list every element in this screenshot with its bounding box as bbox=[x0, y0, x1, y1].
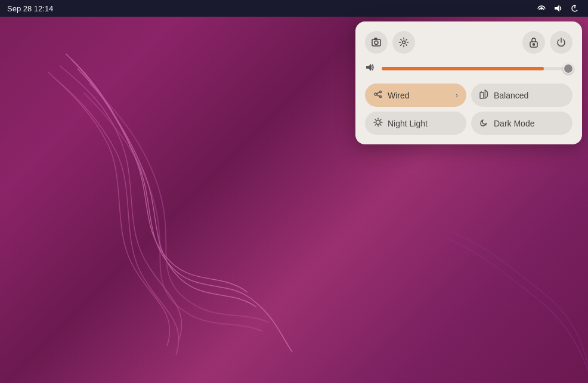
night-light-label: Night Light bbox=[388, 119, 428, 128]
volume-icon[interactable] bbox=[552, 2, 564, 14]
volume-slider[interactable] bbox=[382, 67, 572, 70]
svg-point-5 bbox=[375, 41, 378, 45]
wired-chevron: › bbox=[456, 91, 458, 100]
volume-icon-panel bbox=[365, 62, 376, 75]
svg-point-15 bbox=[380, 96, 382, 98]
svg-line-28 bbox=[380, 119, 382, 121]
panel-top-left bbox=[365, 31, 415, 54]
svg-rect-6 bbox=[375, 38, 377, 39]
svg-point-14 bbox=[380, 91, 382, 93]
svg-marker-1 bbox=[555, 5, 559, 12]
topbar: Sep 28 12:14 bbox=[0, 0, 588, 17]
topbar-icons bbox=[536, 2, 581, 14]
datetime-display: Sep 28 12:14 bbox=[7, 4, 53, 13]
balanced-icon bbox=[479, 89, 489, 101]
wired-icon bbox=[373, 89, 383, 101]
power-button[interactable] bbox=[550, 31, 572, 54]
balanced-label: Balanced bbox=[494, 91, 528, 100]
volume-row bbox=[365, 62, 572, 75]
volume-slider-fill bbox=[382, 67, 544, 70]
panel-top-right bbox=[522, 31, 572, 54]
svg-line-17 bbox=[377, 95, 380, 97]
svg-rect-19 bbox=[484, 91, 486, 98]
settings-button[interactable] bbox=[392, 31, 415, 54]
svg-line-16 bbox=[377, 92, 380, 94]
night-light-icon bbox=[373, 118, 383, 129]
screenshot-button[interactable] bbox=[365, 31, 388, 54]
wired-toggle[interactable]: Wired › bbox=[365, 84, 466, 107]
night-light-toggle[interactable]: Night Light bbox=[365, 112, 466, 135]
wired-label: Wired bbox=[388, 91, 410, 100]
panel-top-row bbox=[365, 31, 572, 54]
svg-line-29 bbox=[375, 125, 376, 126]
svg-point-9 bbox=[533, 44, 535, 45]
svg-marker-11 bbox=[366, 66, 369, 69]
svg-line-27 bbox=[380, 125, 382, 126]
svg-rect-18 bbox=[480, 92, 484, 98]
dark-mode-label: Dark Mode bbox=[494, 119, 534, 128]
svg-point-13 bbox=[375, 93, 377, 95]
toggles-grid: Wired › Balanced bbox=[365, 84, 572, 135]
quick-settings-panel: Wired › Balanced bbox=[355, 21, 582, 144]
network-icon[interactable] bbox=[536, 2, 547, 14]
svg-point-21 bbox=[376, 121, 380, 125]
svg-marker-12 bbox=[369, 64, 371, 71]
topbar-power-icon[interactable] bbox=[569, 2, 581, 14]
lock-button[interactable] bbox=[522, 31, 545, 54]
volume-slider-thumb bbox=[563, 63, 574, 74]
dark-mode-toggle[interactable]: Dark Mode bbox=[471, 112, 572, 135]
dark-mode-icon bbox=[479, 118, 489, 129]
svg-point-7 bbox=[403, 41, 406, 44]
balanced-toggle[interactable]: Balanced bbox=[471, 84, 572, 107]
svg-line-26 bbox=[375, 119, 376, 121]
svg-rect-4 bbox=[372, 39, 380, 46]
